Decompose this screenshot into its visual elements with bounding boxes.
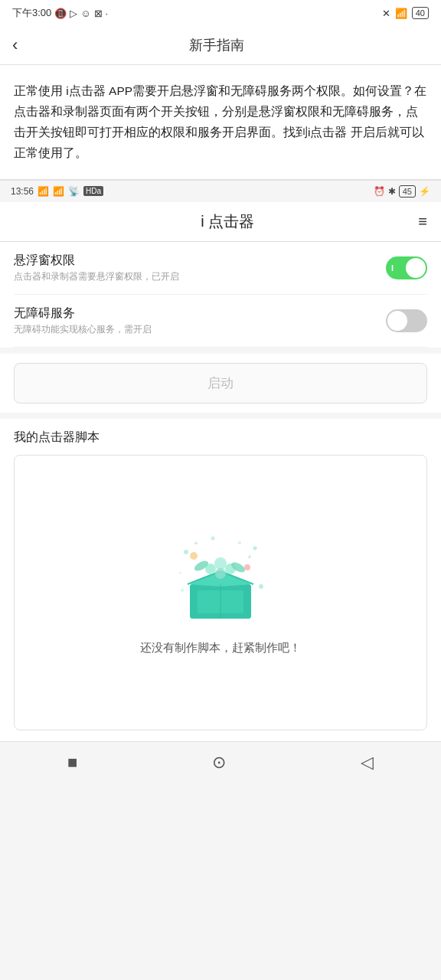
svg-point-20 [244, 564, 250, 570]
inner-wifi: 📡 [68, 186, 80, 197]
float-permission-title: 悬浮窗权限 [14, 253, 179, 269]
float-permission-text: 悬浮窗权限 点击器和录制器需要悬浮窗权限，已开启 [14, 253, 179, 283]
accessibility-permission-desc: 无障碍功能实现核心服务，需开启 [14, 323, 152, 336]
accessibility-toggle[interactable] [386, 309, 427, 332]
inner-battery: 45 [399, 185, 416, 198]
app-header: i 点击器 ≡ [0, 202, 441, 242]
svg-point-0 [184, 550, 188, 554]
scripts-section: 我的点击器脚本 + + + [0, 419, 441, 741]
svg-point-3 [259, 584, 263, 589]
float-permission-item: 悬浮窗权限 点击器和录制器需要悬浮窗权限，已开启 I [14, 242, 427, 295]
notification-icon: ☺ [80, 8, 90, 19]
empty-scripts-text: 还没有制作脚本，赶紧制作吧！ [140, 641, 301, 655]
svg-text:+: + [178, 570, 182, 577]
guide-content: 正常使用 i点击器 APP需要开启悬浮窗和无障碍服务两个权限。如何设置？在点击器… [0, 65, 441, 180]
scripts-section-title: 我的点击器脚本 [14, 430, 427, 446]
empty-illustration: + + + [171, 529, 270, 629]
app-title: i 点击器 [201, 211, 254, 232]
svg-text:+: + [247, 553, 252, 561]
accessibility-permission-item: 无障碍服务 无障碍功能实现核心服务，需开启 [14, 295, 427, 348]
bluetooth-icon: ✱ [388, 186, 396, 197]
bottom-nav: ■ ⊙ ◁ [0, 741, 441, 786]
status-bar-right: ✕ 📶 40 [382, 7, 429, 19]
svg-point-2 [181, 589, 184, 592]
screenshot-icon: ⊠ [94, 8, 103, 19]
float-permission-desc: 点击器和录制器需要悬浮窗权限，已开启 [14, 270, 179, 283]
inner-status-bar: 13:56 📶 📶 📡 HDa ⏰ ✱ 45 ⚡ [0, 180, 441, 202]
launch-button[interactable]: 启动 [14, 363, 427, 403]
accessibility-toggle-knob [387, 311, 407, 331]
status-bar: 下午3:00 📵 ▷ ☺ ⊠ · ✕ 📶 40 [0, 0, 441, 26]
svg-point-4 [211, 537, 215, 541]
svg-point-19 [190, 552, 198, 560]
inner-signal2: 📶 [53, 186, 64, 197]
scripts-box: + + + 还没有制作脚本，赶紧制作吧！ [14, 455, 427, 730]
svg-point-5 [238, 541, 241, 544]
svg-point-14 [214, 557, 227, 570]
svg-text:+: + [194, 539, 198, 547]
inner-battery-level: 45 [403, 187, 412, 196]
inner-status-right: ⏰ ✱ 45 ⚡ [374, 185, 430, 198]
wifi-icon: 📶 [395, 8, 407, 19]
svg-point-16 [215, 568, 226, 579]
guide-text: 正常使用 i点击器 APP需要开启悬浮窗和无障碍服务两个权限。如何设置？在点击器… [14, 84, 426, 159]
accessibility-permission-title: 无障碍服务 [14, 305, 152, 322]
back-button[interactable]: ‹ [12, 35, 18, 55]
toggle-knob [406, 258, 426, 278]
launch-section: 启动 [0, 354, 441, 413]
page-title: 新手指南 [27, 36, 406, 54]
nav-square-button[interactable]: ■ [67, 753, 77, 773]
toggle-on-label: I [391, 263, 394, 273]
inner-signal1: 📶 [38, 186, 49, 197]
battery-indicator: 40 [412, 7, 429, 19]
svg-point-1 [253, 547, 257, 550]
dot: · [106, 8, 109, 19]
inner-time: 13:56 [11, 186, 34, 197]
x-icon: ✕ [382, 8, 390, 19]
battery-level: 40 [416, 8, 425, 18]
alarm-icon: ⏰ [374, 186, 385, 197]
accessibility-permission-text: 无障碍服务 无障碍功能实现核心服务，需开启 [14, 305, 152, 336]
nav-back-button[interactable]: ◁ [361, 753, 374, 773]
status-time: 下午3:00 [12, 6, 51, 20]
menu-button[interactable]: ≡ [418, 213, 427, 230]
inner-status-left: 13:56 📶 📶 📡 HDa [11, 186, 103, 197]
signal-icon: 📵 [54, 8, 67, 19]
hd-badge: HDa [83, 186, 103, 196]
charge-icon: ⚡ [419, 186, 430, 197]
float-toggle[interactable]: I [386, 256, 427, 279]
nav-home-button[interactable]: ⊙ [212, 753, 226, 773]
permission-section: 悬浮窗权限 点击器和录制器需要悬浮窗权限，已开启 I 无障碍服务 无障碍功能实现… [0, 242, 441, 348]
play-icon: ▷ [70, 8, 77, 19]
status-bar-left: 下午3:00 📵 ▷ ☺ ⊠ · [12, 6, 108, 20]
top-nav: ‹ 新手指南 [0, 26, 441, 65]
